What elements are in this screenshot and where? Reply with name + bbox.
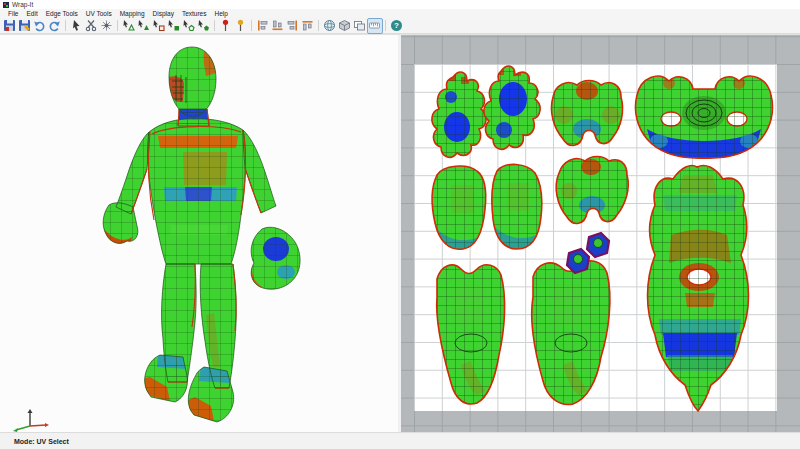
toolbar-separator [385,20,386,31]
select-mode-4-icon[interactable] [167,19,181,33]
box-map-icon[interactable] [338,19,352,33]
layout-window-icon[interactable] [353,19,367,33]
menu-uv-tools[interactable]: UV Tools [82,9,116,18]
menu-display[interactable]: Display [149,9,178,18]
mode-indicator: Mode: UV Select [14,438,69,445]
uv-island-hand-right[interactable] [484,66,540,149]
align-left-icon[interactable] [256,19,270,33]
uv-island-ear-1[interactable] [567,249,589,273]
uv-island-hand-left[interactable] [432,72,486,157]
uv-island-foot-sole-top[interactable] [551,81,622,146]
ruler-icon[interactable] [368,19,382,33]
menu-textures[interactable]: Textures [178,9,211,18]
status-bar: Mode: UV Select [0,432,800,449]
toolbar-separator [117,20,118,31]
save-as-icon[interactable] [18,19,32,33]
menu-file[interactable]: File [4,9,22,18]
redo-icon[interactable] [48,19,62,33]
align-right-icon[interactable] [286,19,300,33]
toolbar-separator [65,20,66,31]
main-area [0,34,800,432]
align-bottom-icon[interactable] [271,19,285,33]
align-top-icon[interactable] [301,19,315,33]
uv-island-leg-right[interactable] [532,261,610,405]
select-mode-2-icon[interactable] [137,19,151,33]
select-mode-6-icon[interactable] [197,19,211,33]
uv-island-torso-back[interactable] [648,166,749,412]
select-mode-1-icon[interactable] [122,19,136,33]
uv-island-arm-left[interactable] [432,166,486,251]
uv-island-leg-left[interactable] [437,265,505,404]
toolbar: ? [0,18,800,34]
weld-icon[interactable] [100,19,114,33]
uv-island-head[interactable] [635,76,772,158]
toolbar-separator [251,20,252,31]
uv-editor[interactable] [401,35,800,432]
select-cursor-icon[interactable] [70,19,84,33]
pin-red-icon[interactable] [219,19,233,33]
toolbar-separator [318,20,319,31]
window-title: Wrap-It [12,0,33,9]
menu-mapping[interactable]: Mapping [116,9,149,18]
menu-edit[interactable]: Edit [22,9,41,18]
help-glyph: ? [391,20,402,31]
select-mode-5-icon[interactable] [182,19,196,33]
menu-edge-tools[interactable]: Edge Tools [42,9,82,18]
uv-island-ear-2[interactable] [587,233,609,257]
scissors-cut-icon[interactable] [85,19,99,33]
viewport-3d[interactable] [0,35,398,432]
title-bar: Wrap-It [0,0,800,9]
uv-island-arm-right[interactable] [492,164,543,249]
app-icon [3,2,9,8]
help-icon[interactable]: ? [390,19,404,33]
app-window: Wrap-It File Edit Edge Tools UV Tools Ma… [0,0,800,449]
menu-bar: File Edit Edge Tools UV Tools Mapping Di… [0,9,800,18]
uv-island-foot-sole-bottom[interactable] [556,157,628,224]
save-icon[interactable] [3,19,17,33]
toolbar-separator [214,20,215,31]
axis-gizmo [0,35,398,433]
undo-icon[interactable] [33,19,47,33]
pin-yellow-icon[interactable] [234,19,248,33]
select-mode-3-icon[interactable] [152,19,166,33]
menu-help[interactable]: Help [210,9,231,18]
sphere-map-icon[interactable] [323,19,337,33]
